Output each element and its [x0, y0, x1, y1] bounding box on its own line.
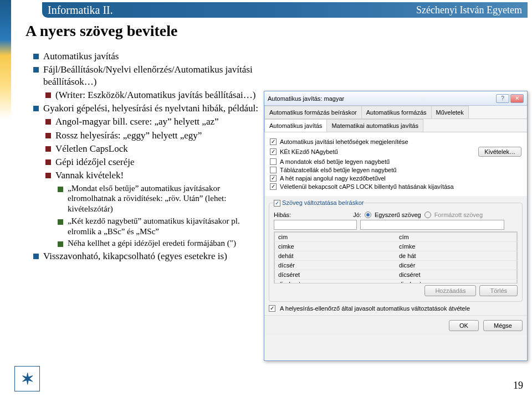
bullet-text: Visszavonható, kikapcsolható (egyes eset…: [43, 250, 227, 262]
table-row: diszkontdiszkont: [275, 280, 517, 284]
tab-auto-format[interactable]: Automatikus formázás: [361, 106, 432, 118]
university-name: Széchenyi István Egyetem: [416, 4, 522, 16]
bullet-text: Vannak kivételek!: [55, 169, 124, 181]
checkbox[interactable]: ✓: [270, 183, 277, 190]
bullet-icon: [33, 54, 39, 59]
page-number: 19: [513, 380, 523, 391]
bullet-icon: [58, 219, 63, 225]
table-row: dehátde hát: [275, 251, 517, 261]
checkbox[interactable]: ✓: [274, 200, 280, 207]
dialog-titlebar[interactable]: Automatikus javítás: magyar ? ✕: [264, 91, 527, 106]
bullet-text: Fájl/Beállítások/Nyelvi ellenőrzés/Autom…: [43, 64, 266, 87]
bullet-icon: [33, 67, 39, 73]
bullet-icon: [58, 241, 63, 247]
radio-formatted-text[interactable]: [424, 212, 431, 218]
table-row: cimcím: [275, 233, 517, 242]
bullet-icon: [33, 254, 39, 259]
bullet-icon: [45, 133, 51, 138]
option-label: A mondatok első betűje legyen nagybetű: [280, 158, 390, 165]
radio-label: Egyszerű szöveg: [375, 212, 421, 218]
option-label: KÉt KEzdő NAgybetű: [280, 148, 338, 155]
bullet-text: Automatikus javítás: [43, 50, 119, 62]
bullet-icon: [45, 159, 51, 165]
bullet-text: „Két kezdő nagybetű” automatikus kijavít…: [68, 216, 266, 237]
bullet-icon: [58, 187, 63, 192]
header-bar: Informatika II. Széchenyi István Egyetem: [42, 2, 528, 18]
bullet-content: Automatikus javítás Fájl/Beállítások/Nye…: [33, 49, 266, 264]
options-area: ✓Automatikus javítási lehetőségek megjel…: [264, 132, 527, 196]
radio-label: Formázott szöveg: [434, 212, 483, 218]
slide-title: A nyers szöveg bevitele: [25, 22, 178, 40]
replace-table[interactable]: cimcím cimkecímke dehátde hát dícsérdics…: [274, 231, 518, 283]
cancel-button[interactable]: Mégse: [483, 320, 523, 331]
bullet-text: Véletlen CapsLock: [55, 143, 128, 154]
radio-plain-text[interactable]: [365, 212, 371, 218]
bullet-text: Gyakori gépelési, helyesírási és nyelvta…: [43, 102, 258, 114]
bullet-icon: [45, 146, 51, 152]
table-row: dícséretdicséret: [275, 270, 517, 280]
checkbox[interactable]: [270, 158, 277, 165]
exceptions-button[interactable]: Kivételek…: [478, 147, 521, 157]
help-button[interactable]: ?: [496, 94, 509, 103]
bullet-text: Rossz helyesírás: „eggy” helyett „egy”: [55, 130, 202, 141]
option-label: Táblázatcellák első betűje legyen nagybe…: [280, 167, 396, 173]
checkbox[interactable]: ✓: [269, 305, 275, 312]
table-row: cimkecímke: [275, 242, 517, 251]
wrong-input[interactable]: [274, 220, 357, 230]
checkbox[interactable]: ✓: [270, 148, 277, 155]
wrong-label: Hibás:: [274, 212, 291, 218]
option-label: Véletlenül bekapcsolt cAPS LOCK billenty…: [280, 183, 454, 190]
ok-button[interactable]: OK: [449, 320, 479, 331]
fieldset-title: Szöveg változtatása beíráskor: [282, 199, 364, 206]
bullet-text: Néha kellhet a gépi idézőjel eredeti for…: [68, 238, 236, 249]
bullet-icon: [33, 106, 39, 111]
tab-auto-format-typing[interactable]: Automatikus formázás beíráskor: [264, 106, 362, 118]
bullet-text: Angol-magyar bill. csere: „ay” helyett „…: [55, 116, 219, 127]
good-input[interactable]: [360, 220, 504, 230]
bullet-icon: [45, 173, 51, 178]
bullet-icon: [45, 92, 51, 98]
checkbox[interactable]: [270, 167, 277, 173]
bullet-text: „Mondat első betűje” automatikus javítás…: [68, 183, 266, 214]
side-gradient: [0, 0, 11, 397]
dialog-footer: OK Mégse: [264, 315, 527, 336]
course-title: Informatika II.: [48, 4, 113, 17]
tab-math-autocorrect[interactable]: Matematikai automatikus javítás: [326, 119, 423, 132]
autocorrect-dialog: Automatikus javítás: magyar ? ✕ Automati…: [264, 91, 528, 361]
table-row: dícsérdicsér: [275, 261, 517, 270]
checkbox[interactable]: ✓: [270, 138, 277, 145]
good-label: Jó:: [353, 212, 361, 218]
logo-icon: ✶: [14, 366, 40, 391]
option-label: A hét napjai angolul nagy kezdőbetűvel: [280, 175, 386, 182]
checkbox[interactable]: ✓: [270, 175, 277, 182]
tabs-row-top: Automatikus formázás beíráskor Automatik…: [264, 106, 527, 119]
tab-actions[interactable]: Műveletek: [431, 106, 469, 118]
bullet-text: Gépi idézőjel cseréje: [55, 156, 135, 168]
dialog-title: Automatikus javítás: magyar: [268, 95, 344, 102]
tabs-row-bottom: Automatikus javítás Matematikai automati…: [264, 119, 527, 132]
add-button[interactable]: Hozzáadás: [424, 285, 476, 296]
replace-fieldset: ✓ Szöveg változtatása beíráskor Hibás: J…: [269, 199, 523, 302]
bullet-text: (Writer: Eszközök/Automatikus javítás be…: [55, 89, 255, 101]
delete-button[interactable]: Törlés: [479, 285, 518, 296]
tab-autocorrect[interactable]: Automatikus javítás: [264, 119, 327, 132]
close-button[interactable]: ✕: [510, 94, 524, 103]
option-label: A helyesírás-ellenőrző által javasolt au…: [280, 305, 470, 312]
bullet-icon: [45, 119, 51, 125]
option-label: Automatikus javítási lehetőségek megjele…: [280, 138, 408, 145]
